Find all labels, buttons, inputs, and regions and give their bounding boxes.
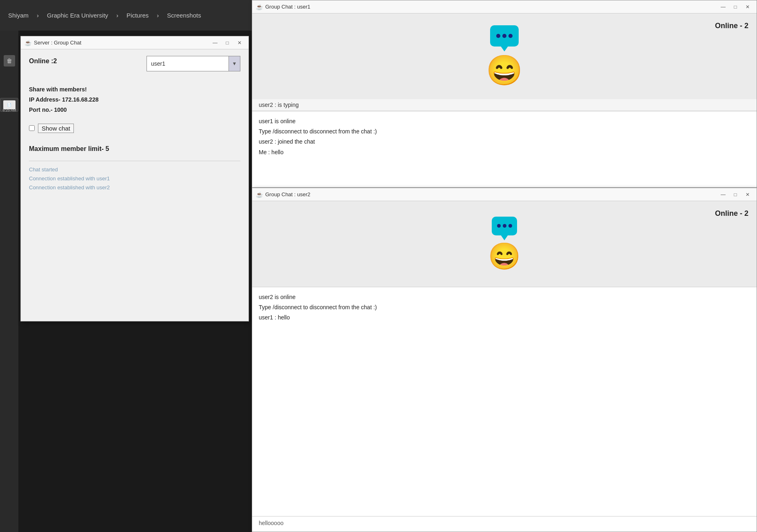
dot2-3: [508, 224, 512, 228]
chat2-titlebar: ☕ Group Chat : user2 — □ ✕: [252, 188, 757, 201]
chat2-content: 😄 Online - 2 user2 is online Type /disco…: [252, 201, 757, 532]
online-count-label: Online :2: [29, 58, 140, 65]
server-title-text: Server : Group Chat: [34, 40, 207, 46]
breadcrumb-screenshots: Screenshots: [167, 12, 201, 19]
java-icon-chat2: ☕: [256, 191, 263, 198]
dot2-2: [503, 224, 506, 228]
chat2-emoji-face: 😄: [488, 241, 521, 272]
chat2-hero: 😄 Online - 2: [252, 201, 757, 287]
show-chat-label: Show chat: [38, 124, 74, 133]
server-window-controls: — □ ✕: [209, 38, 245, 47]
breadcrumb-pictures: Pictures: [127, 12, 149, 19]
breadcrumb-shiyam: Shiyam: [8, 12, 29, 19]
user-dropdown-input[interactable]: [147, 58, 229, 69]
chat1-maximize-button[interactable]: □: [730, 2, 741, 11]
ip-address-label: IP Address- 172.16.68.228: [29, 95, 240, 105]
chat1-msg-1: user1 is online: [259, 116, 750, 126]
chat2-bubble-dots: [497, 224, 512, 228]
recycle-bin-icon[interactable]: 🗑: [4, 55, 15, 66]
dot3: [508, 34, 513, 38]
server-log: Chat started Connection established with…: [29, 161, 240, 315]
chat2-close-button[interactable]: ✕: [742, 190, 753, 199]
chat1-msg-3: user2 : joined the chat: [259, 137, 750, 147]
dropdown-arrow-icon[interactable]: ▼: [229, 56, 240, 71]
breadcrumb-arrow2: ›: [116, 12, 118, 19]
chat1-title-text: Group Chat : user1: [265, 4, 715, 10]
chat1-msg-2: Type /disconnect to disconnect from the …: [259, 126, 750, 137]
chat2-title-text: Group Chat : user2: [265, 191, 715, 197]
chat2-window: ☕ Group Chat : user2 — □ ✕ 😄 Online - 2: [252, 188, 757, 532]
log-line-2: Connection established with user1: [29, 174, 240, 183]
chat1-minimize-button[interactable]: —: [717, 2, 729, 11]
chat2-window-controls: — □ ✕: [717, 190, 753, 199]
max-member-label: Maximum member limit- 5: [29, 145, 240, 153]
java-coffee-icon: ☕: [24, 40, 31, 46]
chat1-emoji-area: 😄: [486, 25, 523, 88]
share-heading: Share with members!: [29, 84, 240, 95]
chat2-minimize-button[interactable]: —: [717, 190, 729, 199]
java-icon-chat1: ☕: [256, 4, 263, 10]
dot2-1: [497, 224, 501, 228]
breadcrumb-university: Graphic Era University: [47, 12, 108, 19]
dot2: [502, 34, 506, 38]
server-close-button[interactable]: ✕: [234, 38, 245, 47]
server-titlebar: ☕ Server : Group Chat — □ ✕: [21, 36, 249, 49]
log-line-3: Connection established with user2: [29, 183, 240, 192]
chat2-online-status: Online - 2: [715, 209, 748, 218]
chat1-close-button[interactable]: ✕: [742, 2, 753, 11]
chat1-titlebar: ☕ Group Chat : user1 — □ ✕: [252, 0, 757, 13]
chat2-input-area[interactable]: hellooooo: [252, 516, 757, 532]
server-content: Online :2 ▼ Share with members! IP Addre…: [21, 49, 249, 321]
chat1-bubble-dots: [496, 34, 513, 38]
chat2-msg-1: user2 is online: [259, 292, 750, 302]
time-label: 6:25 AM: [1, 108, 18, 112]
show-chat-row: Show chat: [29, 124, 240, 133]
chat1-speech-bubble: [490, 25, 519, 47]
chat1-msg-4: Me : hello: [259, 147, 750, 157]
chat1-content: 😄 Online - 2 user2 : is typing user1 is …: [252, 13, 757, 187]
log-line-1: Chat started: [29, 165, 240, 174]
chat2-msg-3: user1 : hello: [259, 313, 750, 323]
share-info-block: Share with members! IP Address- 172.16.6…: [29, 84, 240, 115]
show-chat-checkbox[interactable]: [29, 125, 35, 131]
server-top-row: Online :2 ▼: [29, 56, 240, 71]
chat1-messages[interactable]: user1 is online Type /disconnect to disc…: [252, 111, 757, 187]
server-minimize-button[interactable]: —: [209, 38, 221, 47]
chat2-maximize-button[interactable]: □: [730, 190, 741, 199]
port-no-label: Port no.- 1000: [29, 105, 240, 115]
chat2-messages[interactable]: user2 is online Type /disconnect to disc…: [252, 287, 757, 516]
dot1: [496, 34, 500, 38]
breadcrumb-arrow3: ›: [157, 12, 159, 19]
server-maximize-button[interactable]: □: [222, 38, 233, 47]
chat2-emoji-area: 😄: [488, 217, 521, 272]
chat1-window: ☕ Group Chat : user1 — □ ✕ 😄 Online - 2: [252, 0, 757, 188]
chat1-window-controls: — □ ✕: [717, 2, 753, 11]
chat1-typing-indicator: user2 : is typing: [252, 99, 757, 111]
chat2-msg-2: Type /disconnect to disconnect from the …: [259, 302, 750, 313]
server-java-icon: ☕: [24, 39, 31, 47]
breadcrumb-arrow1: ›: [37, 12, 39, 19]
chat1-java-icon: ☕: [255, 3, 263, 11]
chat2-java-icon: ☕: [255, 191, 263, 198]
chat2-speech-bubble: [492, 217, 517, 235]
user-dropdown[interactable]: ▼: [147, 56, 240, 71]
chat1-hero: 😄 Online - 2: [252, 13, 757, 99]
server-window: ☕ Server : Group Chat — □ ✕ Online :2 ▼ …: [20, 36, 249, 321]
chat1-online-status: Online - 2: [715, 22, 748, 30]
chat1-emoji-face: 😄: [486, 53, 523, 88]
